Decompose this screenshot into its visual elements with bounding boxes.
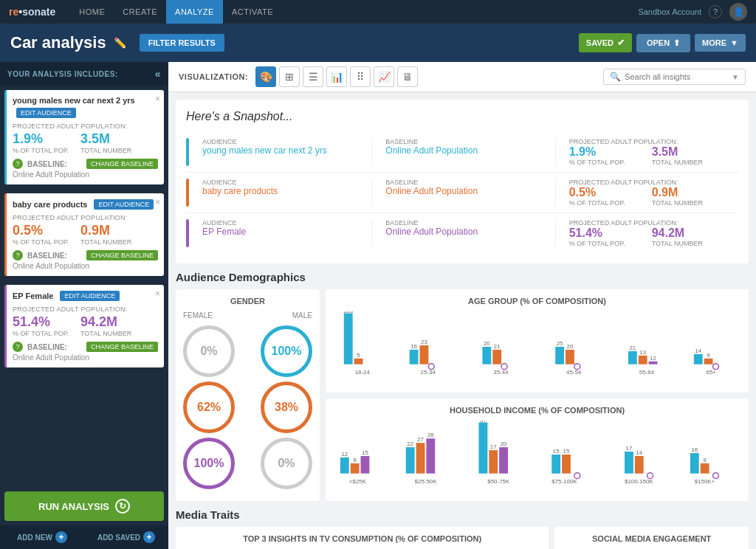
svg-rect-40 (361, 455, 370, 473)
audience-2-count: 0.9M (80, 223, 131, 238)
search-dropdown-icon[interactable]: ▼ (732, 73, 739, 81)
audience-1-count-sub: TOTAL NUMBER (80, 147, 131, 154)
charts-column: AGE GROUP (% of Composition) 100 5 18-24… (326, 289, 749, 501)
change-baseline-2-button[interactable]: CHANGE BASELINE (86, 250, 158, 260)
svg-text:13: 13 (639, 349, 646, 356)
svg-text:$50-75K: $50-75K (487, 477, 510, 484)
run-analysis-icon: ↻ (115, 499, 130, 514)
viz-list-icon[interactable]: ☰ (303, 66, 323, 87)
svg-text:65+: 65+ (707, 369, 717, 376)
logo: re•sonate (9, 6, 55, 18)
audience-3-pct-sub: % OF TOTAL POP. (13, 330, 69, 337)
nav-home[interactable]: HOME (70, 0, 114, 24)
edit-audience-2-button[interactable]: EDIT AUDIENCE (94, 199, 154, 210)
help-button[interactable]: ? (709, 5, 722, 18)
income-chart: 12 8 15 <$25K 22 27 28 (333, 421, 741, 487)
snap-baseline-3-name: Online Adult Population (385, 227, 549, 237)
nav-activate[interactable]: ACTIVATE (223, 0, 282, 24)
filter-results-button[interactable]: FILTER RESULTS (140, 34, 224, 52)
baseline-help-2-icon[interactable]: ? (13, 250, 23, 260)
header-bar: Car analysis ✏️ FILTER RESULTS SAVED ✔ O… (0, 24, 756, 62)
snapshot-title: Here's a Snapshot... (186, 110, 738, 123)
baseline-help-3-icon[interactable]: ? (13, 342, 23, 352)
svg-rect-43 (406, 447, 415, 474)
nav-analyze[interactable]: ANALYZE (166, 0, 223, 24)
more-button[interactable]: MORE ▼ (695, 34, 746, 52)
viz-palette-icon[interactable]: 🎨 (255, 66, 276, 87)
edit-audience-1-button[interactable]: EDIT AUDIENCE (16, 108, 76, 118)
gender-card: GENDER FEMALE MALE 0% 100% 62% 38% (176, 289, 320, 501)
open-button[interactable]: OPEN ⬆ (636, 34, 690, 52)
main-layout: YOUR ANALYSIS INCLUDES: « × young males … (0, 62, 756, 549)
audience-3-pct: 51.4% (13, 314, 69, 330)
viz-line-icon[interactable]: 📈 (374, 66, 394, 87)
svg-text:20: 20 (501, 441, 507, 447)
sandbox-account[interactable]: Sandbox Account (638, 7, 701, 16)
snap-divider-3 (186, 219, 189, 247)
gender-male-1: 100% (261, 325, 312, 377)
svg-text:27: 27 (417, 436, 424, 443)
svg-text:21: 21 (629, 345, 636, 351)
add-new-button[interactable]: ADD NEW + (0, 525, 84, 549)
sidebar: YOUR ANALYSIS INCLUDES: « × young males … (0, 62, 168, 549)
add-saved-button[interactable]: ADD SAVED + (84, 525, 168, 549)
close-audience-3-icon[interactable]: × (155, 289, 160, 299)
svg-rect-36 (340, 457, 349, 473)
media-traits-title: Media Traits (176, 508, 749, 521)
audience-3-baseline-row: ? BASELINE: CHANGE BASELINE (13, 342, 158, 352)
snap-col-pop-3: PROJECTED ADULT POPULATION: 51.4% % OF T… (563, 219, 738, 247)
audience-card-1: × young males new car next 2 yrs EDIT AU… (4, 90, 164, 184)
add-row: ADD NEW + ADD SAVED + (0, 525, 168, 549)
demographics-section: Audience Demographics GENDER FEMALE MALE… (176, 271, 749, 501)
audience-1-pop-label: PROJECTED ADULT POPULATION: (13, 122, 158, 130)
audience-2-pop-values: 0.5% % OF TOTAL POP. 0.9M TOTAL NUMBER (13, 223, 158, 246)
more-label: MORE (702, 38, 726, 47)
snap-col-audience-1: AUDIENCE young males new car next 2 yrs (196, 138, 372, 166)
svg-text:$25-50K: $25-50K (415, 477, 438, 484)
media-traits-section: Media Traits TOP 3 INSIGHTS IN TV CONSUM… (176, 508, 749, 549)
svg-text:14: 14 (636, 449, 642, 455)
svg-text:12: 12 (341, 450, 348, 457)
svg-text:17: 17 (626, 445, 633, 452)
snap-divider-1 (186, 138, 189, 166)
viz-monitor-icon[interactable]: 🖥 (397, 66, 418, 87)
snap-count-2: 0.9M (652, 186, 703, 199)
snap-col-pop-1: PROJECTED ADULT POPULATION: 1.9% % OF TO… (563, 138, 738, 166)
svg-text:18-24: 18-24 (355, 369, 371, 376)
svg-rect-7 (420, 345, 429, 365)
svg-rect-23 (628, 351, 637, 365)
change-baseline-1-button[interactable]: CHANGE BASELINE (86, 159, 158, 169)
collapse-sidebar-icon[interactable]: « (155, 68, 161, 80)
svg-text:8: 8 (703, 456, 707, 463)
viz-scatter-icon[interactable]: ⠿ (350, 66, 371, 87)
viz-bar-chart-icon[interactable]: 📊 (326, 66, 347, 87)
svg-rect-71 (701, 463, 709, 473)
audience-3-baseline-label: BASELINE: (27, 343, 67, 351)
snap-baseline-2-name: Online Adult Population (385, 186, 549, 196)
baseline-help-1-icon[interactable]: ? (13, 159, 23, 169)
svg-rect-57 (551, 454, 560, 473)
snap-pct-2: 0.5% (569, 186, 625, 199)
svg-rect-54 (499, 447, 508, 474)
snap-pct-3: 51.4% (569, 227, 625, 240)
svg-text:45-54: 45-54 (566, 369, 582, 376)
audience-3-baseline-name: Online Adult Population (13, 353, 158, 362)
close-audience-1-icon[interactable]: × (155, 94, 160, 104)
close-audience-2-icon[interactable]: × (155, 197, 160, 207)
svg-rect-52 (489, 450, 498, 474)
search-insights-input[interactable] (625, 72, 728, 81)
saved-button[interactable]: SAVED ✔ (579, 33, 632, 52)
change-baseline-3-button[interactable]: CHANGE BASELINE (86, 342, 158, 352)
gender-headers: FEMALE MALE (183, 311, 312, 320)
audience-1-pct: 1.9% (13, 131, 69, 147)
edit-title-icon[interactable]: ✏️ (114, 37, 126, 49)
edit-audience-3-button[interactable]: EDIT AUDIENCE (60, 291, 120, 301)
user-avatar[interactable]: 👤 (729, 3, 747, 21)
viz-grid-icon[interactable]: ⊞ (279, 66, 300, 87)
nav-create[interactable]: CREATE (114, 0, 166, 24)
svg-text:5: 5 (357, 352, 360, 359)
run-analysis-label: RUN ANALYSIS (38, 501, 109, 512)
gender-female-2: 62% (183, 381, 235, 433)
svg-text:100: 100 (343, 311, 354, 314)
run-analysis-button[interactable]: RUN ANALYSIS ↻ (4, 491, 164, 521)
